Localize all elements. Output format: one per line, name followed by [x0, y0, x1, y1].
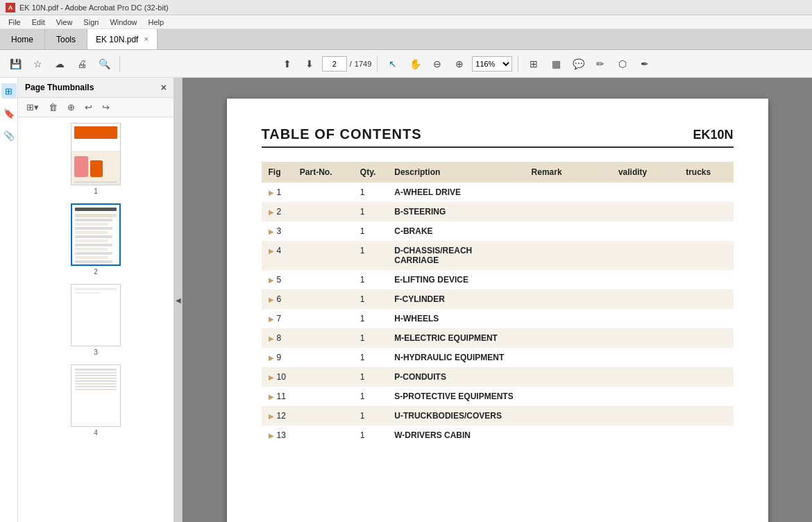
cell-partno — [293, 328, 353, 348]
cursor-tool[interactable]: ↖ — [383, 54, 403, 74]
page-separator: / — [350, 60, 352, 68]
cell-partno — [293, 309, 353, 328]
print-button[interactable]: 🖨 — [72, 54, 92, 74]
cell-desc: A-WHEEL DRIVE — [387, 183, 524, 202]
scroll-down-button[interactable]: ⬇ — [300, 54, 319, 74]
bookmarks-button[interactable]: 🔖 — [1, 106, 17, 121]
cell-remark — [525, 406, 611, 426]
cell-desc: P-CONDUITS — [387, 367, 524, 387]
find-button[interactable]: 🔍 — [94, 54, 114, 74]
zoom-in-button[interactable]: ⊕ — [450, 54, 469, 74]
page-total: 1749 — [355, 60, 371, 68]
thumbnails-panel-close-button[interactable]: × — [161, 82, 167, 93]
sidebar-delete-btn[interactable]: 🗑 — [46, 101, 60, 114]
cell-qty: 1 — [353, 221, 387, 241]
thumbnail-2[interactable]: 2 — [18, 203, 174, 276]
thumbnail-3[interactable]: 3 — [18, 284, 174, 356]
navigation-controls: ⬆ ⬇ / 1749 ↖ ✋ ⊖ ⊕ 116% 100% 75% 150% ⊞ … — [278, 54, 655, 74]
sign-button[interactable]: ✒ — [635, 54, 654, 74]
thumbnail-4[interactable]: 4 — [18, 364, 174, 437]
cell-trucks — [679, 270, 733, 289]
menu-bar: File Edit View Sign Window Help — [0, 15, 812, 29]
scroll-up-button[interactable]: ⬆ — [278, 54, 297, 74]
stamp-button[interactable]: ⬡ — [613, 54, 632, 74]
thumbnail-1-box — [71, 123, 121, 185]
menu-edit[interactable]: Edit — [26, 17, 51, 28]
title-bar: A EK 10N.pdf - Adobe Acrobat Pro DC (32-… — [0, 0, 812, 15]
cell-qty: 1 — [353, 270, 387, 289]
table-row: ▶41D-CHASSIS/REACH CARRIAGE — [262, 241, 734, 270]
cell-partno — [293, 221, 353, 241]
cell-trucks — [679, 221, 733, 241]
col-header-qty: Qty. — [353, 162, 387, 183]
cell-trucks — [679, 183, 733, 202]
col-header-desc: Description — [387, 162, 524, 183]
tab-document[interactable]: EK 10N.pdf × — [87, 29, 158, 49]
save-button[interactable]: 💾 — [6, 54, 25, 74]
fit-page-button[interactable]: ⊞ — [524, 54, 543, 74]
sidebar-tools-bar: ⊞▾ 🗑 ⊕ ↩ ↪ — [18, 98, 174, 117]
cell-partno — [293, 289, 353, 309]
cell-validity — [611, 348, 679, 367]
pdf-page: TABLE OF CONTENTS EK10N Fig Part-No. Qty… — [227, 99, 768, 522]
cell-desc: D-CHASSIS/REACH CARRIAGE — [387, 241, 524, 270]
zoom-select[interactable]: 116% 100% 75% 150% — [472, 56, 512, 71]
thumbnails-panel: Page Thumbnails × ⊞▾ 🗑 ⊕ ↩ ↪ — [18, 78, 174, 522]
thumbnail-4-preview — [71, 365, 120, 426]
cell-qty: 1 — [353, 367, 387, 387]
attachments-button[interactable]: 📎 — [1, 128, 17, 143]
menu-help[interactable]: Help — [143, 17, 170, 28]
cell-partno — [293, 367, 353, 387]
page-doc-id: EK10N — [693, 128, 733, 142]
cell-validity — [611, 289, 679, 309]
menu-window[interactable]: Window — [104, 17, 142, 28]
sidebar-insert-btn[interactable]: ⊕ — [65, 101, 78, 114]
menu-sign[interactable]: Sign — [78, 17, 104, 28]
cell-fig: ▶8 — [262, 328, 293, 348]
table-row: ▶131W-DRIVERS CABIN — [262, 426, 734, 445]
cell-trucks — [679, 426, 733, 445]
cell-trucks — [679, 289, 733, 309]
thumbnail-2-preview — [72, 205, 119, 264]
tab-home[interactable]: Home — [0, 29, 45, 49]
cell-trucks — [679, 348, 733, 367]
marquee-button[interactable]: ▦ — [546, 54, 566, 74]
menu-file[interactable]: File — [3, 17, 26, 28]
cell-fig: ▶4 — [262, 241, 293, 270]
toolbar-separator-nav — [377, 56, 378, 72]
thumbnails-container[interactable]: 1 — [18, 117, 174, 522]
cell-desc: S-PROTECTIVE EQUIPMENTS — [387, 387, 524, 406]
col-header-trucks: trucks — [679, 162, 733, 183]
cell-fig: ▶3 — [262, 221, 293, 241]
app-icon: A — [6, 3, 15, 12]
hand-tool[interactable]: ✋ — [405, 54, 425, 74]
comment-button[interactable]: 💬 — [568, 54, 588, 74]
cell-remark — [525, 289, 611, 309]
cell-desc: M-ELECTRIC EQUIPMENT — [387, 328, 524, 348]
cell-desc: B-STEERING — [387, 202, 524, 221]
zoom-out-button[interactable]: ⊖ — [428, 54, 447, 74]
cell-qty: 1 — [353, 426, 387, 445]
thumbnail-1[interactable]: 1 — [18, 123, 174, 195]
thumbnails-panel-button[interactable]: ⊞ — [1, 83, 17, 99]
tab-close-button[interactable]: × — [144, 35, 148, 43]
sidebar-undo-btn[interactable]: ↩ — [82, 101, 95, 114]
thumbnail-3-box — [71, 284, 121, 346]
cell-partno — [293, 426, 353, 445]
tab-tools[interactable]: Tools — [45, 29, 87, 49]
pdf-area[interactable]: TABLE OF CONTENTS EK10N Fig Part-No. Qty… — [183, 78, 812, 522]
sidebar-grid-btn[interactable]: ⊞▾ — [24, 101, 42, 114]
sidebar-collapse-handle[interactable]: ◀ — [174, 78, 183, 522]
menu-view[interactable]: View — [51, 17, 78, 28]
page-number-input[interactable] — [322, 56, 347, 71]
highlight-button[interactable]: ✏ — [591, 54, 610, 74]
cell-validity — [611, 426, 679, 445]
cell-fig: ▶12 — [262, 406, 293, 426]
table-row: ▶51E-LIFTING DEVICE — [262, 270, 734, 289]
share-button[interactable]: ☁ — [50, 54, 69, 74]
col-header-remark: Remark — [525, 162, 611, 183]
sidebar-redo-btn[interactable]: ↪ — [99, 101, 112, 114]
cell-trucks — [679, 406, 733, 426]
cell-desc: H-WHEELS — [387, 309, 524, 328]
favorites-button[interactable]: ☆ — [28, 54, 47, 74]
